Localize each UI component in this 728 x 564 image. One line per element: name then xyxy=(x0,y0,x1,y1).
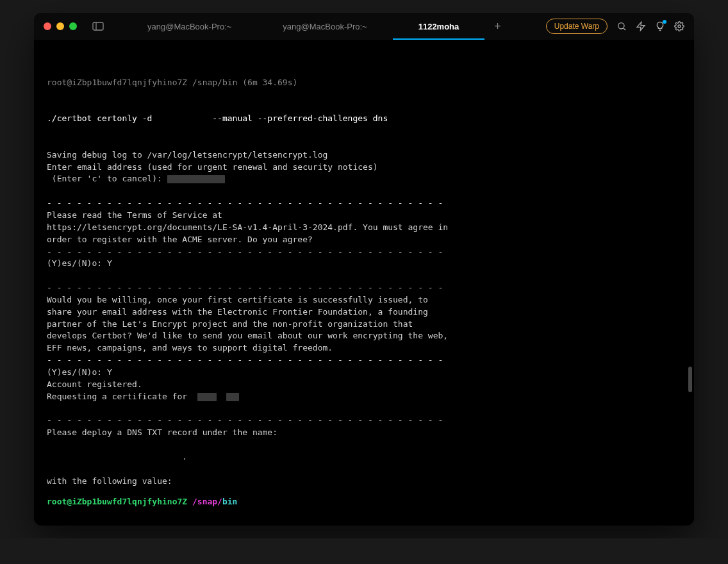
output-line: EFF news, campaigns, and ways to support… xyxy=(47,342,681,354)
output-line xyxy=(47,487,681,490)
titlebar: yang@MacBook-Pro:~ yang@MacBook-Pro:~ 11… xyxy=(34,13,694,40)
bolt-icon[interactable] xyxy=(636,21,646,31)
output-line: develops Certbot? We'd like to send you … xyxy=(47,330,681,342)
notification-dot xyxy=(663,20,666,24)
output-line xyxy=(47,185,681,197)
tab-0[interactable]: yang@MacBook-Pro:~ xyxy=(122,13,257,40)
output-line xyxy=(47,463,681,476)
output-line: - - - - - - - - - - - - - - - - - - - - … xyxy=(47,415,681,427)
output-line: with the following value: xyxy=(47,476,681,488)
panel-toggle-icon[interactable] xyxy=(92,22,104,31)
terminal-area[interactable]: root@iZbp1buwfd7lqnjfyhino7Z /snap/bin (… xyxy=(34,40,694,490)
lightbulb-icon[interactable] xyxy=(655,21,665,31)
output-line: partner of the Let's Encrypt project and… xyxy=(47,319,681,331)
svg-marker-4 xyxy=(637,22,645,30)
output-line: Saving debug log to /var/log/letsencrypt… xyxy=(47,149,681,162)
output-line: Requesting a certificate for xyxy=(47,391,681,403)
output-line: - - - - - - - - - - - - - - - - - - - - … xyxy=(47,354,681,367)
output-line: share your email address with the Electr… xyxy=(47,306,681,319)
output-line: . xyxy=(47,451,681,463)
redacted-domain xyxy=(226,393,239,401)
close-window-button[interactable] xyxy=(44,22,51,30)
update-warp-button[interactable]: Update Warp xyxy=(546,19,608,34)
tab-1[interactable]: yang@MacBook-Pro:~ xyxy=(257,13,392,40)
minimize-window-button[interactable] xyxy=(56,22,64,30)
output-line: (Enter 'c' to cancel): xyxy=(47,173,681,185)
terminal-output: Saving debug log to /var/log/letsencrypt… xyxy=(47,149,681,490)
svg-rect-0 xyxy=(93,22,103,30)
maximize-window-button[interactable] xyxy=(69,22,77,30)
current-prompt[interactable]: root@iZbp1buwfd7lqnjfyhino7Z /snap/bin xyxy=(34,490,694,526)
traffic-lights xyxy=(44,22,77,30)
output-line: - - - - - - - - - - - - - - - - - - - - … xyxy=(47,282,681,294)
redacted-email xyxy=(167,175,225,183)
output-line: Please read the Terms of Service at xyxy=(47,210,681,222)
titlebar-right-controls: Update Warp xyxy=(546,19,684,34)
tab-2[interactable]: 1122moha xyxy=(393,13,485,40)
svg-point-2 xyxy=(618,23,624,29)
output-line: - - - - - - - - - - - - - - - - - - - - … xyxy=(47,246,681,258)
output-line: - - - - - - - - - - - - - - - - - - - - … xyxy=(47,197,681,210)
tab-label: yang@MacBook-Pro:~ xyxy=(283,22,367,31)
output-line: (Y)es/(N)o: Y xyxy=(47,258,681,270)
svg-point-5 xyxy=(678,25,681,28)
prompt-meta: root@iZbp1buwfd7lqnjfyhino7Z /snap/bin (… xyxy=(47,77,681,89)
settings-gear-icon[interactable] xyxy=(674,21,684,31)
svg-line-3 xyxy=(624,28,625,30)
output-line xyxy=(47,402,681,415)
tab-bar: yang@MacBook-Pro:~ yang@MacBook-Pro:~ 11… xyxy=(122,13,511,40)
output-line: https://letsencrypt.org/documents/LE-SA-… xyxy=(47,222,681,234)
output-line: order to register with the ACME server. … xyxy=(47,234,681,246)
prompt-userhost: root@iZbp1buwfd7lqnjfyhino7Z xyxy=(47,497,192,506)
output-line: (Y)es/(N)o: Y xyxy=(47,367,681,379)
output-line xyxy=(47,270,681,282)
output-line: Enter email address (used for urgent ren… xyxy=(47,162,681,174)
new-tab-button[interactable]: + xyxy=(484,20,511,33)
prompt-path: /snap/ xyxy=(192,497,222,506)
output-line: Would you be willing, once your first ce… xyxy=(47,294,681,306)
prompt-path-leaf: bin xyxy=(222,497,237,506)
search-icon[interactable] xyxy=(616,21,627,31)
terminal-window: yang@MacBook-Pro:~ yang@MacBook-Pro:~ 11… xyxy=(34,13,694,526)
redacted-domain xyxy=(197,393,217,401)
scrollbar[interactable] xyxy=(688,367,692,392)
command-line: ./certbot certonly -d --manual --preferr… xyxy=(47,113,681,125)
output-line: Account registered. xyxy=(47,379,681,391)
tab-label: 1122moha xyxy=(418,22,459,31)
output-line: Please deploy a DNS TXT record under the… xyxy=(47,427,681,439)
tab-label: yang@MacBook-Pro:~ xyxy=(147,22,231,31)
output-line xyxy=(47,439,681,451)
